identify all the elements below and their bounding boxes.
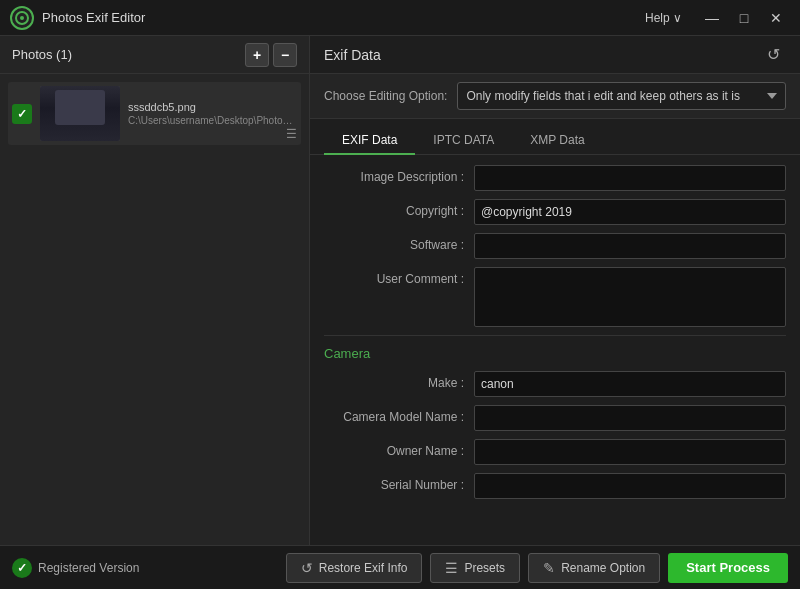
close-button[interactable]: ✕ (762, 7, 790, 29)
editing-option-label: Choose Editing Option: (324, 89, 447, 103)
make-label: Make : (324, 371, 474, 390)
file-list: sssddcb5.png C:\Users\username\Desktop\P… (0, 74, 309, 545)
make-input[interactable] (474, 371, 786, 397)
remove-photo-button[interactable]: − (273, 43, 297, 67)
software-row: Software : (324, 233, 786, 259)
tab-iptc-data[interactable]: IPTC DATA (415, 127, 512, 155)
add-photo-button[interactable]: + (245, 43, 269, 67)
user-comment-row: User Comment : (324, 267, 786, 327)
left-panel-header: Photos (1) + − (0, 36, 309, 74)
image-description-input[interactable] (474, 165, 786, 191)
app-title: Photos Exif Editor (42, 10, 645, 25)
owner-name-input[interactable] (474, 439, 786, 465)
editing-option-select[interactable]: Only modify fields that i edit and keep … (457, 82, 786, 110)
exif-data-title: Exif Data (324, 47, 381, 63)
restore-icon: ↺ (301, 560, 313, 576)
copyright-label: Copyright : (324, 199, 474, 218)
file-name: sssddcb5.png (128, 101, 297, 113)
svg-point-2 (20, 16, 24, 20)
minimize-button[interactable]: — (698, 7, 726, 29)
file-menu-icon[interactable]: ☰ (286, 127, 297, 141)
copyright-row: Copyright : (324, 199, 786, 225)
maximize-button[interactable]: □ (730, 7, 758, 29)
rename-label: Rename Option (561, 561, 645, 575)
copyright-input[interactable] (474, 199, 786, 225)
registered-label: Registered Version (38, 561, 139, 575)
image-description-row: Image Description : (324, 165, 786, 191)
registered-icon: ✓ (12, 558, 32, 578)
main-layout: Photos (1) + − sssddcb5.png C:\Users\use… (0, 36, 800, 545)
left-panel: Photos (1) + − sssddcb5.png C:\Users\use… (0, 36, 310, 545)
rename-icon: ✎ (543, 560, 555, 576)
owner-name-row: Owner Name : (324, 439, 786, 465)
user-comment-input[interactable] (474, 267, 786, 327)
tab-xmp-data[interactable]: XMP Data (512, 127, 602, 155)
editing-option-bar: Choose Editing Option: Only modify field… (310, 74, 800, 119)
serial-number-row: Serial Number : (324, 473, 786, 499)
serial-number-label: Serial Number : (324, 473, 474, 492)
file-info: sssddcb5.png C:\Users\username\Desktop\P… (128, 101, 297, 126)
photo-actions: + − (245, 43, 297, 67)
right-panel-header: Exif Data ↺ (310, 36, 800, 74)
help-button[interactable]: Help ∨ (645, 11, 682, 25)
image-description-label: Image Description : (324, 165, 474, 184)
list-item[interactable]: sssddcb5.png C:\Users\username\Desktop\P… (8, 82, 301, 145)
rename-option-button[interactable]: ✎ Rename Option (528, 553, 660, 583)
app-logo (10, 6, 34, 30)
right-panel: Exif Data ↺ Choose Editing Option: Only … (310, 36, 800, 545)
tab-exif-data[interactable]: EXIF Data (324, 127, 415, 155)
file-checkbox[interactable] (12, 104, 32, 124)
camera-model-input[interactable] (474, 405, 786, 431)
refresh-button[interactable]: ↺ (760, 42, 786, 68)
presets-label: Presets (464, 561, 505, 575)
start-process-button[interactable]: Start Process (668, 553, 788, 583)
presets-icon: ☰ (445, 560, 458, 576)
camera-section-header: Camera (324, 335, 786, 367)
restore-label: Restore Exif Info (319, 561, 408, 575)
title-bar: Photos Exif Editor Help ∨ — □ ✕ (0, 0, 800, 36)
bottom-bar: ✓ Registered Version ↺ Restore Exif Info… (0, 545, 800, 589)
file-thumbnail (40, 86, 120, 141)
camera-model-row: Camera Model Name : (324, 405, 786, 431)
window-controls: Help ∨ — □ ✕ (645, 7, 790, 29)
software-label: Software : (324, 233, 474, 252)
make-row: Make : (324, 371, 786, 397)
tabs-bar: EXIF Data IPTC DATA XMP Data (310, 119, 800, 155)
owner-name-label: Owner Name : (324, 439, 474, 458)
form-area: Image Description : Copyright : Software… (310, 155, 800, 545)
file-path: C:\Users\username\Desktop\Photos Exif Ed… (128, 115, 297, 126)
software-input[interactable] (474, 233, 786, 259)
user-comment-label: User Comment : (324, 267, 474, 286)
photos-count-label: Photos (1) (12, 47, 72, 62)
camera-model-label: Camera Model Name : (324, 405, 474, 424)
restore-exif-button[interactable]: ↺ Restore Exif Info (286, 553, 423, 583)
presets-button[interactable]: ☰ Presets (430, 553, 520, 583)
registered-info: ✓ Registered Version (12, 558, 278, 578)
serial-number-input[interactable] (474, 473, 786, 499)
